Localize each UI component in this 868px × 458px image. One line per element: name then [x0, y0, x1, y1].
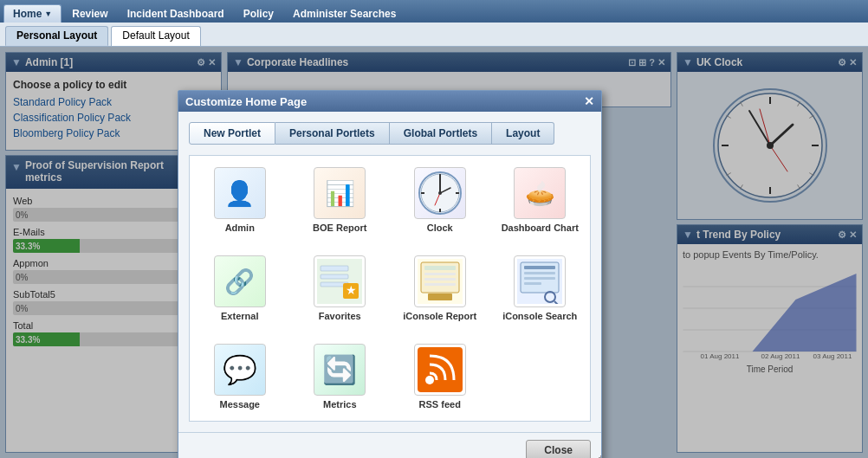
svg-rect-38: [321, 266, 348, 271]
portlet-iconsole-report[interactable]: iConsole Report: [393, 248, 487, 329]
portlet-admin-icon: 👤: [214, 167, 266, 219]
customize-modal: Customize Home Page ✕ New Portlet Person…: [178, 90, 602, 458]
svg-rect-48: [424, 283, 456, 286]
portlet-grid: 👤 Admin 📊 BOE Report: [189, 155, 591, 422]
nav-tab-administer-searches[interactable]: Administer Searches: [284, 5, 405, 23]
policy-label: Policy: [243, 8, 274, 20]
portlet-dashboard-chart[interactable]: 🥧 Dashboard Chart: [494, 159, 587, 241]
svg-rect-58: [418, 347, 463, 392]
portlet-rss-label: RSS feed: [419, 399, 461, 410]
modal-close-button[interactable]: Close: [526, 440, 591, 458]
review-label: Review: [72, 8, 107, 20]
portlet-iconsole-search-icon: [514, 255, 566, 307]
portlet-external[interactable]: 🔗 External: [193, 248, 287, 329]
portlet-clock-label: Clock: [427, 223, 453, 233]
portlet-admin[interactable]: 👤 Admin: [193, 159, 287, 241]
svg-rect-55: [524, 282, 541, 285]
svg-point-32: [438, 191, 442, 195]
top-nav: Home ▼ Review Incident Dashboard Policy …: [0, 0, 868, 23]
portlet-metrics-label: Metrics: [323, 399, 357, 410]
layout-tab-personal[interactable]: Personal Layout: [5, 26, 108, 46]
incident-dashboard-label: Incident Dashboard: [127, 8, 224, 20]
tab-personal-portlets[interactable]: Personal Portlets: [275, 122, 390, 145]
portlet-metrics[interactable]: 🔄 Metrics: [294, 336, 387, 417]
portlet-boe-icon: 📊: [314, 167, 366, 219]
portlet-clock[interactable]: Clock: [393, 159, 487, 241]
nav-tab-review[interactable]: Review: [63, 5, 116, 23]
tab-new-portlet[interactable]: New Portlet: [189, 122, 275, 145]
modal-body: New Portlet Personal Portlets Global Por…: [178, 112, 601, 432]
nav-tab-incident-dashboard[interactable]: Incident Dashboard: [119, 5, 233, 23]
home-arrow: ▼: [44, 10, 52, 18]
portlet-clock-icon: [414, 167, 466, 219]
portlet-metrics-icon: 🔄: [314, 344, 366, 396]
portlet-favorites[interactable]: ★ Favorites: [294, 248, 387, 329]
portlet-boe-report[interactable]: 📊 BOE Report: [294, 159, 387, 241]
modal-footer: Close: [178, 432, 601, 458]
portlet-boe-label: BOE Report: [313, 223, 366, 233]
tab-layout[interactable]: Layout: [492, 122, 554, 145]
modal-title: Customize Home Page: [185, 95, 307, 108]
svg-text:★: ★: [346, 283, 357, 297]
svg-rect-47: [424, 278, 456, 281]
portlet-iconsole-search-label: iConsole Search: [502, 311, 577, 321]
portlet-iconsole-search[interactable]: iConsole Search: [494, 248, 587, 329]
modal-close-btn[interactable]: ✕: [584, 94, 594, 108]
svg-point-59: [425, 376, 434, 384]
portlet-admin-label: Admin: [225, 223, 255, 233]
portlet-message-icon: 💬: [214, 344, 266, 396]
home-label: Home: [13, 8, 42, 20]
portlet-message-label: Message: [220, 399, 260, 410]
nav-tab-policy[interactable]: Policy: [235, 5, 282, 23]
portlet-message[interactable]: 💬 Message: [193, 336, 287, 417]
portlet-rss-feed[interactable]: RSS feed: [393, 336, 487, 417]
tab-global-portlets[interactable]: Global Portlets: [390, 122, 492, 145]
portlet-favorites-label: Favorites: [319, 311, 361, 321]
portlet-external-label: External: [221, 311, 258, 321]
modal-tab-row: New Portlet Personal Portlets Global Por…: [189, 122, 591, 145]
main-area: ▼ Admin [1] ⚙ ✕ Choose a policy to edit …: [0, 47, 868, 458]
svg-rect-53: [524, 272, 555, 274]
svg-rect-46: [424, 273, 456, 275]
portlet-favorites-icon: ★: [314, 255, 366, 307]
portlet-external-icon: 🔗: [214, 255, 266, 307]
portlet-rss-icon: [414, 344, 466, 396]
modal-titlebar: Customize Home Page ✕: [178, 91, 601, 112]
svg-rect-52: [524, 266, 555, 269]
administer-searches-label: Administer Searches: [293, 8, 396, 20]
portlet-dashboard-label: Dashboard Chart: [502, 223, 579, 233]
nav-tab-home[interactable]: Home ▼: [3, 4, 62, 23]
svg-rect-54: [524, 277, 555, 280]
layout-tab-default[interactable]: Default Layout: [111, 26, 200, 46]
portlet-dashboard-icon: 🥧: [514, 167, 566, 219]
portlet-iconsole-report-label: iConsole Report: [403, 311, 476, 321]
svg-rect-39: [321, 274, 348, 279]
svg-rect-49: [428, 294, 452, 300]
svg-rect-45: [424, 266, 456, 270]
layout-bar: Personal Layout Default Layout: [0, 23, 868, 47]
portlet-iconsole-report-icon: [414, 255, 466, 307]
